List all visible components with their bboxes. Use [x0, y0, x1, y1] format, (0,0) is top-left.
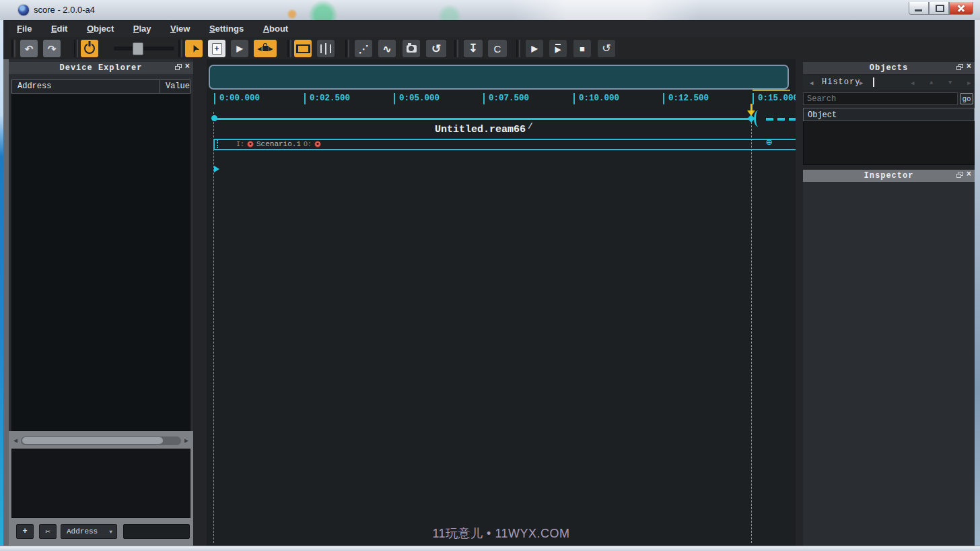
- power-button[interactable]: [81, 40, 98, 57]
- toolbar-separator: [11, 40, 15, 57]
- scrollbar-thumb[interactable]: [22, 437, 163, 444]
- trigger-button[interactable]: ↧: [464, 40, 483, 57]
- record-dot-icon[interactable]: [247, 141, 254, 148]
- menu-view[interactable]: View: [162, 21, 198, 34]
- object-list-header[interactable]: Object: [803, 108, 975, 121]
- device-explorer-toolbar: + ✂ Address ▼: [9, 524, 193, 540]
- close-panel-icon[interactable]: ×: [967, 63, 972, 70]
- nav-up-icon[interactable]: ▲: [930, 79, 933, 86]
- close-button[interactable]: [949, 2, 973, 15]
- nav-left-icon[interactable]: ◀: [911, 79, 914, 87]
- snapshot-button[interactable]: [403, 40, 420, 57]
- scale-mode-button[interactable]: [294, 40, 312, 57]
- curve-tool-button[interactable]: ∿: [378, 40, 396, 57]
- curve-icon: ∿: [383, 44, 392, 54]
- node-tool-button[interactable]: ⋰: [355, 40, 372, 57]
- reinitialize-icon: ↺: [602, 43, 610, 54]
- scenario-drag-handle-icon[interactable]: [217, 140, 218, 148]
- select-tool-button[interactable]: ➤: [185, 40, 203, 57]
- nav-right-icon[interactable]: ▶: [967, 79, 971, 87]
- trigger-icon: ↧: [468, 43, 477, 54]
- close-panel-icon[interactable]: ×: [967, 171, 972, 178]
- slider-handle[interactable]: [133, 42, 143, 55]
- lock-arrows-icon: ◀▶: [257, 46, 273, 52]
- window-titlebar[interactable]: score - 2.0.0-a4: [0, 0, 980, 21]
- create-tool-button[interactable]: +: [208, 40, 225, 57]
- ruler-label: 0:00.000: [219, 94, 260, 103]
- camera-restore-icon: ↺: [431, 43, 441, 55]
- window-frame-bottom: [0, 546, 980, 551]
- camera-icon: [407, 45, 417, 53]
- float-panel-icon[interactable]: [175, 64, 182, 70]
- scenario-bottom-edge[interactable]: [214, 149, 796, 150]
- play-from-start-button[interactable]: ▶: [549, 40, 567, 57]
- scenario-name[interactable]: Scenario.1: [256, 140, 301, 148]
- condition-icon: C: [494, 44, 501, 54]
- volume-slider[interactable]: [114, 46, 174, 51]
- menu-bar: File Edit Object Play View Settings Abou…: [9, 21, 975, 37]
- scroll-left-icon[interactable]: ◀: [11, 436, 20, 445]
- add-address-button[interactable]: +: [16, 524, 34, 539]
- undo-icon: ↶: [25, 44, 34, 54]
- split-mode-button[interactable]: [317, 40, 335, 57]
- maximize-button[interactable]: [929, 2, 949, 15]
- stop-icon: ■: [580, 44, 585, 53]
- address-mode-dropdown[interactable]: Address ▼: [61, 524, 117, 539]
- column-address[interactable]: Address: [12, 80, 160, 93]
- inspector-titlebar[interactable]: Inspector ×: [803, 170, 975, 182]
- lock-tool-button[interactable]: ◀▶: [254, 40, 277, 57]
- play-from-start-icon: ▶: [555, 44, 561, 53]
- transport-play-button[interactable]: ▶: [526, 40, 543, 57]
- nav-down-icon[interactable]: ▼: [948, 79, 952, 86]
- new-document-icon: +: [212, 43, 222, 55]
- device-explorer-titlebar[interactable]: Device Explorer ×: [9, 62, 193, 74]
- snapshot-restore-button[interactable]: ↺: [426, 40, 446, 57]
- scenario-left-edge[interactable]: [213, 139, 215, 150]
- object-list[interactable]: [803, 121, 975, 165]
- condition-button[interactable]: C: [488, 40, 507, 57]
- minimize-button[interactable]: [909, 2, 929, 15]
- score-canvas[interactable]: 0:00.000 0:02.500 0:05.000 0:07.500 0:10…: [207, 59, 796, 546]
- menu-object[interactable]: Object: [79, 21, 122, 34]
- record-dot-icon[interactable]: [314, 141, 321, 148]
- interval-dash: [777, 118, 785, 121]
- float-panel-icon[interactable]: [956, 64, 963, 70]
- scroll-right-icon[interactable]: ▶: [182, 436, 190, 445]
- device-explorer-panel: Device Explorer × Address Value ◀ ▶ + ✂ …: [9, 59, 193, 546]
- stop-button[interactable]: ■: [573, 40, 591, 57]
- scenario-header[interactable]: I: Scenario.1 O:: [236, 140, 321, 148]
- undo-button[interactable]: ↶: [20, 40, 38, 57]
- rename-slash-icon: /: [528, 121, 533, 131]
- search-input[interactable]: [803, 92, 958, 105]
- redo-button[interactable]: ↷: [43, 40, 61, 57]
- interval-dash: [789, 118, 796, 121]
- remove-address-button[interactable]: ✂: [39, 524, 57, 539]
- menu-file[interactable]: File: [9, 21, 40, 34]
- timeline-minimap[interactable]: [209, 65, 789, 90]
- menu-play[interactable]: Play: [125, 21, 160, 34]
- float-panel-icon[interactable]: [956, 172, 963, 178]
- interval-title[interactable]: Untitled.ream66/: [214, 124, 752, 135]
- history-back-icon[interactable]: ◀: [810, 79, 813, 87]
- history-forward-icon[interactable]: ▶: [860, 79, 863, 87]
- interval-start-point[interactable]: [211, 115, 217, 121]
- play-tool-button[interactable]: ▶: [231, 40, 248, 57]
- column-value[interactable]: Value: [160, 80, 190, 93]
- add-trigger-icon[interactable]: ⊕: [766, 138, 772, 148]
- split-icon: [320, 44, 331, 53]
- playhead-start-icon[interactable]: [214, 166, 219, 172]
- object-search-row: go: [803, 92, 975, 106]
- timeline-ruler[interactable]: 0:00.000 0:02.500 0:05.000 0:07.500 0:10…: [207, 92, 796, 105]
- reinitialize-button[interactable]: ↺: [598, 40, 615, 57]
- device-explorer-tree[interactable]: [11, 94, 190, 431]
- close-panel-icon[interactable]: ×: [185, 63, 190, 70]
- menu-settings[interactable]: Settings: [201, 21, 252, 34]
- horizontal-scrollbar[interactable]: ◀ ▶: [11, 435, 190, 446]
- menu-about[interactable]: About: [255, 21, 297, 34]
- interval-line[interactable]: [214, 118, 752, 120]
- search-go-button[interactable]: go: [960, 93, 973, 104]
- objects-titlebar[interactable]: Objects ×: [803, 62, 975, 74]
- address-filter-input[interactable]: [123, 524, 190, 539]
- redo-icon: ↷: [48, 44, 57, 54]
- menu-edit[interactable]: Edit: [43, 21, 76, 34]
